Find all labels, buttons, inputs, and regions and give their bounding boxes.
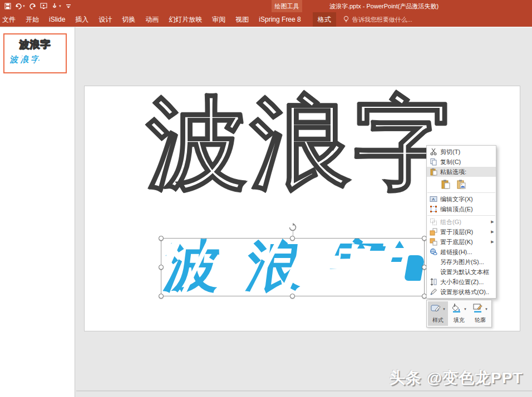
mini-toolbar-label: 样式 [432, 316, 444, 324]
menu-item-label: 另存为图片(S)... [440, 258, 489, 266]
context-menu-item-2[interactable]: 粘贴选项: [427, 167, 496, 177]
shape-outline-icon [472, 303, 484, 315]
slide-thumbnail-panel[interactable]: 波浪字 波浪字 [0, 27, 75, 397]
svg-text:A: A [432, 197, 435, 202]
context-menu-item-5[interactable]: A编辑文字(X) [427, 194, 496, 204]
menu-separator [427, 192, 495, 193]
context-menu-item-9[interactable]: 置于顶层(R)▶ [427, 227, 496, 237]
resize-handle-top-center[interactable] [290, 236, 295, 241]
paste-as-picture-icon[interactable] [456, 178, 467, 190]
context-menu-item-6[interactable]: 编辑顶点(E) [427, 204, 496, 214]
tab-切换[interactable]: 切换 [117, 12, 140, 27]
dropdown-caret-icon: ▼ [442, 307, 446, 311]
undo-icon[interactable]: ▼ [15, 3, 26, 9]
title-bar: ▼▼ 绘图工具 波浪字.pptx - PowerPoint(产品激活失败) [0, 0, 532, 12]
context-menu-item-11[interactable]: 超链接(H)... [427, 247, 496, 257]
paste-keep-formatting-icon[interactable] [440, 178, 451, 190]
group-icon [427, 218, 440, 226]
cut-icon [427, 148, 440, 156]
submenu-arrow-icon: ▶ [489, 220, 496, 224]
thumbnail-title-text: 波浪字 [4, 38, 66, 51]
paste-options-row [427, 177, 496, 191]
wave-text-art: 波浪字 [161, 239, 424, 296]
menu-item-label: 编辑文字(X) [440, 195, 489, 204]
paste-icon [427, 168, 440, 176]
dropdown-caret-icon: ▼ [485, 307, 488, 311]
edit-text-icon: A [427, 195, 440, 203]
lightbulb-icon [343, 16, 349, 24]
touch-mode-icon[interactable]: ▼ [51, 3, 62, 9]
menu-item-label: 设置形状格式(O)... [440, 288, 489, 296]
hyperlink-icon [427, 248, 440, 256]
tab-审阅[interactable]: 审阅 [207, 12, 230, 27]
menu-item-label: 置于顶层(R) [440, 228, 489, 236]
tab-iSlide[interactable]: iSlide [44, 12, 70, 27]
wave-text-shape-selected[interactable]: 波浪字 [161, 238, 425, 296]
canvas-bottom-divider [76, 390, 532, 391]
menu-item-label: 设置为默认文本框(D) [440, 268, 489, 276]
menu-item-label: 剪切(T) [440, 148, 489, 156]
redo-icon[interactable] [29, 3, 36, 9]
mini-toolbar-label: 填充 [454, 316, 465, 324]
customize-qat-icon[interactable] [66, 3, 71, 9]
menu-item-label: 超链接(H)... [440, 248, 489, 256]
quick-access-toolbar: ▼▼ [0, 3, 71, 9]
send-to-back-icon [427, 238, 440, 246]
submenu-arrow-icon: ▶ [489, 240, 496, 244]
dropdown-caret-icon: ▼ [464, 307, 467, 311]
context-menu-item-12[interactable]: 另存为图片(S)... [427, 257, 496, 267]
save-icon[interactable] [4, 3, 11, 9]
tab-视图[interactable]: 视图 [230, 12, 254, 27]
menu-item-label: 编辑顶点(E) [440, 205, 489, 214]
shape-mini-toolbar: ▼样式▼填充▼轮廓 [426, 300, 492, 327]
resize-handle-bottom-left[interactable] [159, 294, 164, 299]
mini-toolbar-button-0[interactable]: ▼样式 [428, 301, 448, 326]
shape-style-icon [430, 303, 441, 315]
context-menu-item-8: 组合(G)▶ [427, 217, 496, 227]
menu-item-label: 置于底层(K) [440, 238, 489, 246]
bring-to-front-icon [427, 228, 440, 236]
menu-separator [427, 215, 495, 216]
tab-文件[interactable]: 文件 [0, 12, 21, 27]
tell-me-search[interactable]: 告诉我您想要做什么... [343, 12, 412, 27]
tab-幻灯片放映[interactable]: 幻灯片放映 [164, 12, 207, 27]
tab-格式[interactable]: 格式 [313, 12, 336, 27]
start-slideshow-icon[interactable] [40, 3, 47, 9]
context-menu-item-0[interactable]: 剪切(T) [427, 147, 496, 157]
thumbnail-wave-cut [50, 53, 60, 66]
watermark-text: 头条 @变色龙PPT [390, 368, 523, 389]
context-menu: 剪切(T)复制(C)粘贴选项:A编辑文字(X)编辑顶点(E)组合(G)▶置于顶层… [426, 145, 496, 299]
menu-item-label: 粘贴选项: [440, 168, 489, 176]
format-shape-icon [427, 288, 440, 296]
tab-插入[interactable]: 插入 [70, 12, 93, 27]
menu-item-label: 大小和位置(Z)... [440, 278, 489, 286]
mini-toolbar-label: 轮廓 [475, 316, 486, 324]
context-menu-item-15[interactable]: 设置形状格式(O)... [427, 287, 496, 297]
slide-thumbnail-1[interactable]: 波浪字 波浪字 [3, 33, 67, 73]
context-menu-item-10[interactable]: 置于底层(K)▶ [427, 237, 496, 247]
tab-iSpring Free 8[interactable]: iSpring Free 8 [254, 12, 306, 27]
mini-toolbar-button-2[interactable]: ▼轮廓 [470, 301, 490, 326]
ribbon-tab-row: 文件开始iSlide插入设计切换动画幻灯片放映审阅视图iSpring Free … [0, 12, 532, 27]
resize-handle-bottom-center[interactable] [290, 294, 295, 299]
context-menu-item-14[interactable]: 大小和位置(Z)... [427, 277, 496, 287]
edit-points-icon [427, 205, 440, 213]
resize-handle-top-left[interactable] [159, 236, 164, 241]
drawing-tools-header: 绘图工具 [272, 0, 302, 12]
tab-动画[interactable]: 动画 [140, 12, 164, 27]
tell-me-placeholder: 告诉我您想要做什么... [352, 16, 412, 24]
copy-icon [427, 158, 440, 166]
shape-fill-icon [451, 303, 462, 315]
window-title: 波浪字.pptx - PowerPoint(产品激活失败) [312, 0, 456, 12]
size-position-icon [427, 278, 440, 286]
rotation-handle[interactable] [288, 223, 297, 234]
menu-item-label: 组合(G) [440, 218, 489, 226]
context-menu-item-1[interactable]: 复制(C) [427, 157, 496, 167]
submenu-arrow-icon: ▶ [489, 230, 496, 234]
tab-开始[interactable]: 开始 [21, 12, 44, 27]
mini-toolbar-button-1[interactable]: ▼填充 [449, 301, 469, 326]
thumbnail-wave-text: 波浪字 [9, 54, 67, 66]
resize-handle-mid-left[interactable] [159, 265, 164, 270]
context-menu-item-13[interactable]: 设置为默认文本框(D) [427, 267, 496, 277]
tab-设计[interactable]: 设计 [93, 12, 117, 27]
